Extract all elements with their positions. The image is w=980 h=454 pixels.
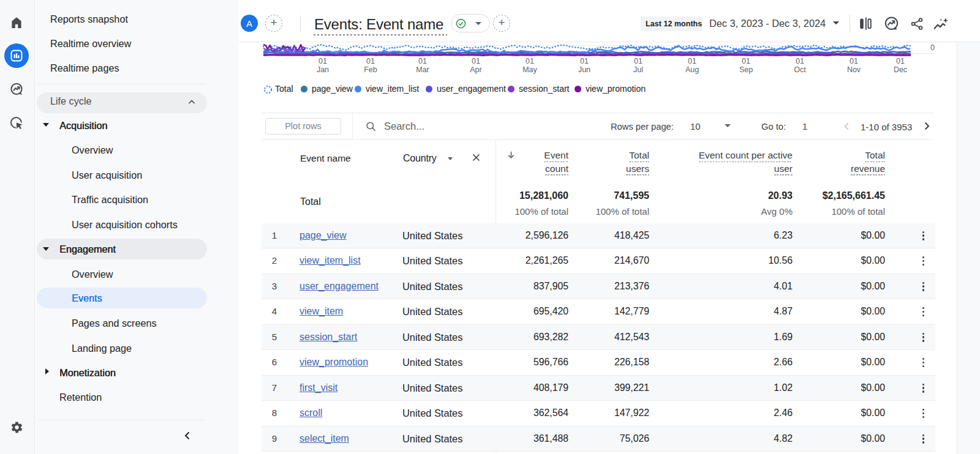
svg-text:0: 0	[930, 43, 935, 52]
